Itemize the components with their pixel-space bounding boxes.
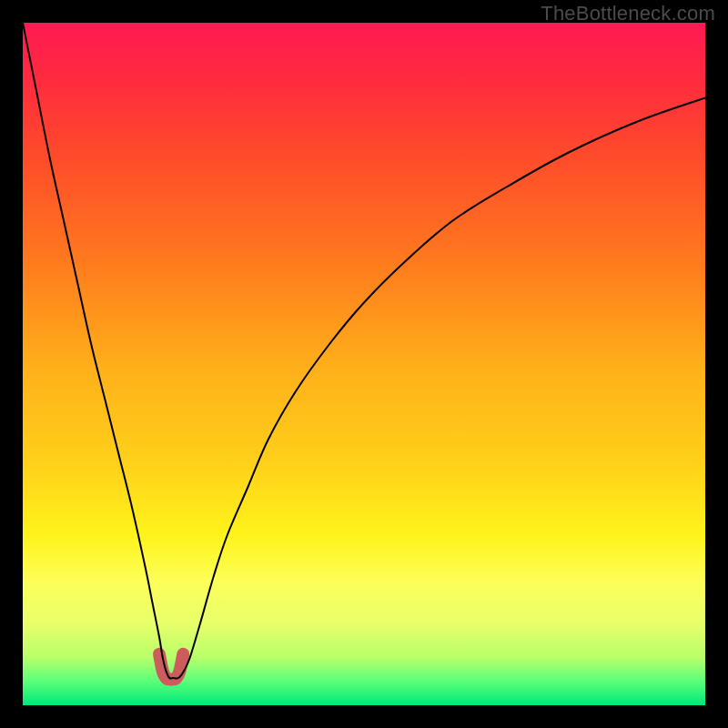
curve-layer (23, 23, 705, 705)
bottleneck-curve (23, 23, 705, 679)
outer-frame: TheBottleneck.com (0, 0, 728, 728)
plot-area (23, 23, 705, 705)
